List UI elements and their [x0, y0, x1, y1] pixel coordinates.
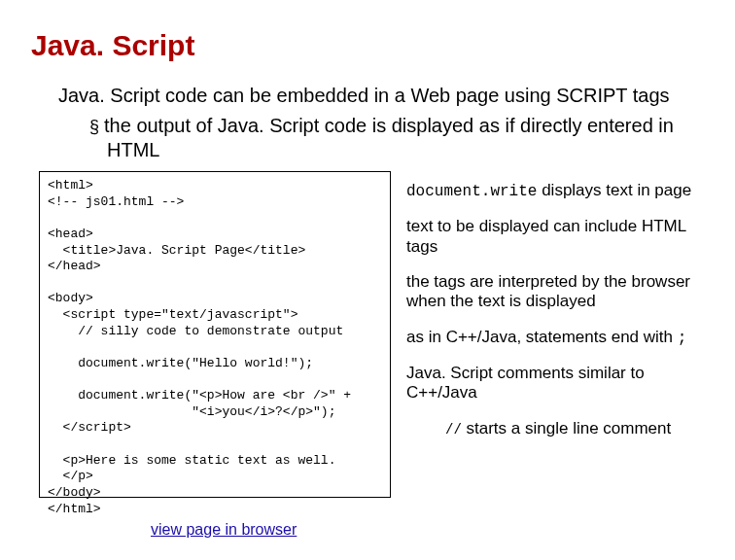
page-title: Java. Script [31, 29, 716, 62]
note-html-tags: text to be displayed can include HTML ta… [406, 217, 718, 257]
note-comments: Java. Script comments similar to C++/Jav… [406, 364, 718, 403]
slide: Java. Script Java. Script code can be em… [0, 0, 735, 560]
bullet-item: the output of Java. Script code is displ… [107, 114, 716, 162]
code-block: <html> <!-- js01.html --> <head> <title>… [39, 171, 391, 498]
view-page-link[interactable]: view page in browser [151, 521, 297, 539]
note-document-write-text: displays text in page [537, 181, 691, 199]
note-semicolon: as in C++/Java, statements end with ; [406, 328, 718, 348]
note-interpreted: the tags are interpreted by the browser … [406, 272, 718, 312]
note-semicolon-text: as in C++/Java, statements end with [406, 328, 678, 346]
mono-slashslash: // [445, 422, 462, 438]
note-document-write: document.write displays text in page [406, 181, 718, 201]
note-single-line-comment-text: starts a single line comment [462, 419, 671, 438]
intro-text: Java. Script code can be embedded in a W… [58, 84, 716, 108]
right-column: document.write displays text in page tex… [406, 181, 718, 454]
note-single-line-comment: // starts a single line comment [445, 419, 718, 438]
code-text: <html> <!-- js01.html --> <head> <title>… [48, 178, 351, 516]
mono-document-write: document.write [406, 183, 537, 200]
mono-semicolon: ; [678, 330, 687, 347]
